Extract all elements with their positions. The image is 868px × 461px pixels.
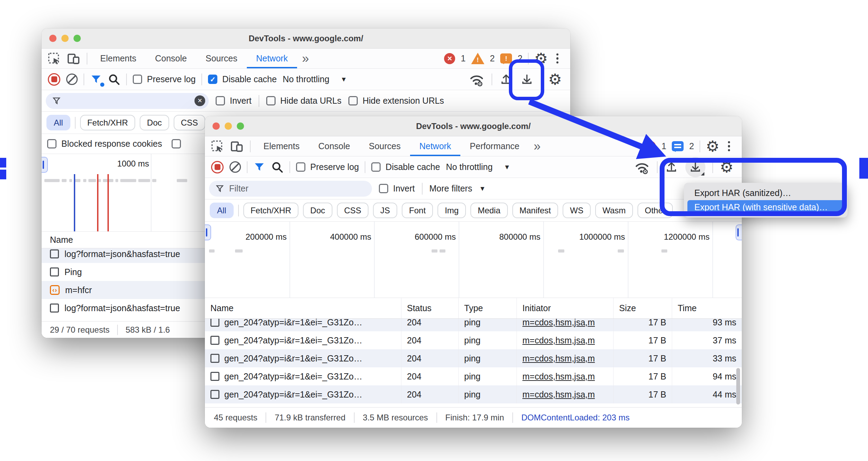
- preserve-log-checkbox[interactable]: Preserve log: [296, 162, 359, 172]
- chip-manifest[interactable]: Manifest: [512, 203, 558, 218]
- filter-input[interactable]: [66, 96, 190, 106]
- more-tabs-icon[interactable]: »: [529, 140, 545, 153]
- clear-network-log-icon[interactable]: [229, 161, 241, 173]
- device-toolbar-icon[interactable]: [231, 140, 243, 153]
- minimize-window-button[interactable]: [225, 122, 232, 130]
- tab-elements[interactable]: Elements: [254, 136, 309, 156]
- checkbox-checked[interactable]: [208, 75, 217, 84]
- initiator-link[interactable]: m=cdos,hsm,jsa,m: [522, 390, 595, 400]
- zoom-window-button[interactable]: [73, 35, 81, 42]
- request-row[interactable]: gen_204?atyp=i&r=1&ei=_G31Zo… 204 ping m…: [205, 319, 742, 331]
- tab-elements[interactable]: Elements: [91, 49, 146, 68]
- invert-checkbox[interactable]: Invert: [379, 183, 415, 194]
- timeline-scroll-handle-left[interactable]: [205, 224, 211, 240]
- hide-data-urls-checkbox[interactable]: Hide data URLs: [266, 96, 341, 106]
- tab-sources[interactable]: Sources: [359, 136, 410, 156]
- clear-filter-icon[interactable]: ✕: [194, 95, 205, 106]
- inspect-element-icon[interactable]: [211, 140, 224, 153]
- filter-input-pill[interactable]: [209, 181, 372, 197]
- menu-item-export-sanitized[interactable]: Export HAR (sanitized)…: [687, 186, 844, 200]
- initiator-link[interactable]: m=cdos,hsm,jsa,m: [522, 372, 595, 382]
- export-har-icon[interactable]: [520, 72, 534, 86]
- tab-performance[interactable]: Performance: [460, 136, 529, 156]
- hide-extension-urls-checkbox[interactable]: Hide extension URLs: [348, 96, 444, 106]
- column-header-time[interactable]: Time: [672, 298, 742, 318]
- filter-funnel-icon[interactable]: [253, 161, 265, 173]
- issues-badge-icon[interactable]: [500, 53, 512, 63]
- checkbox-unchecked[interactable]: [379, 184, 388, 193]
- more-tabs-icon[interactable]: »: [297, 52, 314, 65]
- kebab-menu-icon[interactable]: [725, 141, 733, 152]
- network-settings-gear-icon[interactable]: ⚙: [720, 160, 734, 175]
- checkbox-unchecked[interactable]: [172, 139, 181, 148]
- chip-doc[interactable]: Doc: [140, 115, 169, 130]
- name-column-header[interactable]: Name: [50, 235, 73, 245]
- device-toolbar-icon[interactable]: [67, 52, 80, 65]
- chip-js[interactable]: JS: [373, 203, 397, 218]
- column-header-name[interactable]: Name: [205, 298, 401, 318]
- request-row[interactable]: gen_204?atyp=i&r=1&ei=_G31Zo… 204 ping m…: [205, 331, 742, 349]
- initiator-link[interactable]: m=cdos,hsm,jsa,m: [522, 319, 595, 327]
- checkbox-unchecked[interactable]: [266, 96, 276, 105]
- invert-checkbox[interactable]: Invert: [216, 96, 252, 106]
- tab-console[interactable]: Console: [146, 49, 196, 68]
- checkbox-unchecked[interactable]: [371, 162, 381, 172]
- inspect-element-icon[interactable]: [48, 52, 60, 65]
- checkbox-unchecked[interactable]: [348, 96, 358, 105]
- chip-wasm[interactable]: Wasm: [595, 203, 633, 218]
- checkbox-unchecked[interactable]: [296, 162, 305, 172]
- search-icon[interactable]: [271, 161, 284, 173]
- throttling-select[interactable]: No throttling ▼: [283, 74, 347, 84]
- column-header-status[interactable]: Status: [401, 298, 458, 318]
- settings-gear-icon[interactable]: ⚙: [534, 51, 548, 66]
- record-button[interactable]: [211, 161, 224, 173]
- chip-img[interactable]: Img: [437, 203, 466, 218]
- chip-css[interactable]: CSS: [174, 115, 205, 130]
- checkbox-unchecked[interactable]: [133, 75, 142, 84]
- error-badge-icon[interactable]: [444, 53, 455, 64]
- chip-fetch-xhr[interactable]: Fetch/XHR: [243, 203, 298, 218]
- issues-badge-icon[interactable]: [672, 141, 684, 151]
- filter-funnel-icon[interactable]: [90, 74, 102, 85]
- chip-media[interactable]: Media: [470, 203, 507, 218]
- tab-network[interactable]: Network: [410, 136, 461, 156]
- tab-network[interactable]: Network: [247, 49, 297, 68]
- title-bar[interactable]: DevTools - www.google.com/: [205, 116, 742, 136]
- record-button[interactable]: [48, 73, 60, 86]
- minimize-window-button[interactable]: [61, 35, 69, 42]
- network-conditions-icon[interactable]: [469, 72, 485, 87]
- initiator-link[interactable]: m=cdos,hsm,jsa,m: [522, 353, 595, 364]
- chip-ws[interactable]: WS: [563, 203, 591, 218]
- tab-sources[interactable]: Sources: [196, 49, 247, 68]
- throttling-select[interactable]: No throttling ▼: [446, 162, 510, 172]
- checkbox-unchecked[interactable]: [216, 96, 225, 105]
- chip-fetch-xhr[interactable]: Fetch/XHR: [80, 115, 135, 130]
- warning-badge-icon[interactable]: [471, 53, 484, 64]
- overview-scroll-handle-left[interactable]: [42, 157, 48, 173]
- column-header-size[interactable]: Size: [613, 298, 672, 318]
- title-bar[interactable]: DevTools - www.google.com/: [42, 28, 570, 49]
- export-har-button-active[interactable]: [685, 157, 705, 177]
- request-row[interactable]: gen_204?atyp=i&r=1&ei=_G31Zo… 204 ping m…: [205, 349, 742, 367]
- blocked-cookies-checkbox[interactable]: Blocked response cookies: [47, 139, 162, 149]
- network-settings-gear-icon[interactable]: ⚙: [548, 72, 562, 87]
- column-header-type[interactable]: Type: [458, 298, 517, 318]
- tab-console[interactable]: Console: [309, 136, 359, 156]
- timeline-overview[interactable]: 200000 ms 400000 ms 600000 ms 800000 ms …: [205, 222, 742, 298]
- chip-all[interactable]: All: [210, 203, 234, 218]
- request-row[interactable]: gen_204?atyp=i&r=1&ei=_G31Zo… 204 ping m…: [205, 385, 742, 403]
- settings-gear-icon[interactable]: ⚙: [706, 139, 719, 154]
- initiator-link[interactable]: m=cdos,hsm,jsa,m: [522, 335, 595, 345]
- network-conditions-icon[interactable]: [634, 160, 650, 174]
- chip-doc[interactable]: Doc: [303, 203, 332, 218]
- disable-cache-checkbox[interactable]: Disable cache: [208, 74, 277, 84]
- chip-css[interactable]: CSS: [337, 203, 368, 218]
- close-window-button[interactable]: [49, 35, 57, 42]
- chip-font[interactable]: Font: [402, 203, 433, 218]
- vertical-scrollbar[interactable]: [736, 368, 740, 404]
- search-icon[interactable]: [108, 73, 120, 86]
- kebab-menu-icon[interactable]: [554, 53, 562, 64]
- close-window-button[interactable]: [212, 122, 220, 130]
- menu-item-export-sensitive[interactable]: Export HAR (with sensitive data)…: [687, 200, 844, 214]
- import-har-icon[interactable]: [499, 72, 513, 86]
